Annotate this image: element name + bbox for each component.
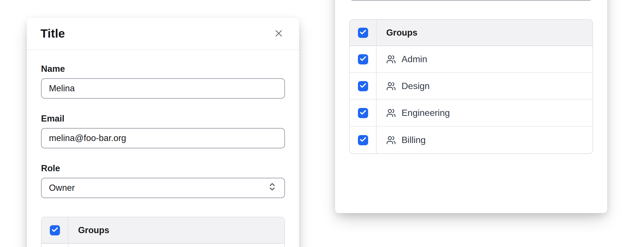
groups-table-header-row: Groups xyxy=(350,20,593,46)
group-row-label: Engineering xyxy=(402,108,450,118)
groups-table: Groups Admin xyxy=(349,19,593,154)
groups-table: Groups Admin xyxy=(41,217,285,247)
user-edit-modal: Title Name Email Role Owner xyxy=(27,18,299,247)
table-row: Admin xyxy=(42,244,284,247)
chevrons-up-down-icon xyxy=(267,182,277,194)
users-icon xyxy=(386,81,396,91)
select-all-checkbox[interactable] xyxy=(50,225,60,235)
email-field-group: Email xyxy=(41,113,285,148)
users-icon xyxy=(386,108,396,118)
close-button[interactable] xyxy=(272,27,285,40)
user-edit-modal-detail: Title Name Email Role Owner xyxy=(335,0,607,213)
role-select[interactable]: Owner xyxy=(41,178,285,198)
name-label: Name xyxy=(41,64,285,74)
email-input[interactable] xyxy=(41,128,285,148)
check-icon xyxy=(51,226,59,235)
role-field-group: Role Owner xyxy=(41,163,285,198)
table-row-design: Design xyxy=(350,73,593,100)
modal-body: Name Email Role Owner xyxy=(335,0,607,168)
row-checkbox[interactable] xyxy=(358,108,368,118)
group-row-label: Design xyxy=(402,81,430,91)
modal-header: Title xyxy=(27,18,299,50)
row-checkbox[interactable] xyxy=(358,135,368,145)
groups-table-header-row: Groups xyxy=(42,217,284,244)
name-field-group: Name xyxy=(41,64,285,99)
role-select-value: Owner xyxy=(49,183,75,193)
check-icon xyxy=(359,82,367,90)
select-all-checkbox[interactable] xyxy=(358,28,368,38)
close-icon xyxy=(273,28,284,40)
table-row-billing: Billing xyxy=(350,127,593,153)
check-icon xyxy=(359,55,367,64)
check-icon xyxy=(359,29,367,37)
role-select[interactable]: Owner xyxy=(349,0,593,1)
name-input[interactable] xyxy=(41,78,285,99)
table-row-engineering: Engineering xyxy=(350,100,593,127)
role-label: Role xyxy=(41,163,285,174)
groups-column-header: Groups xyxy=(377,20,593,46)
check-icon xyxy=(359,136,367,144)
table-row-admin: Admin xyxy=(350,46,593,73)
email-label: Email xyxy=(41,113,285,124)
users-icon xyxy=(386,135,396,145)
modal-body: Name Email Role Owner xyxy=(27,50,299,247)
row-checkbox[interactable] xyxy=(358,54,368,64)
role-field-group: Role Owner xyxy=(349,0,593,1)
users-icon xyxy=(386,55,396,64)
check-icon xyxy=(359,109,367,117)
groups-column-header: Groups xyxy=(68,217,284,243)
group-row-label: Billing xyxy=(402,135,426,145)
modal-title: Title xyxy=(40,27,65,40)
group-row-label: Admin xyxy=(402,54,427,64)
row-checkbox[interactable] xyxy=(358,81,368,91)
